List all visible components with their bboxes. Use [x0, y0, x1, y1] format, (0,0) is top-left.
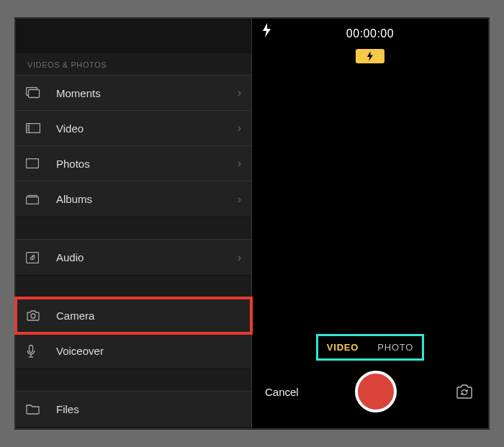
svg-rect-1 [29, 90, 40, 98]
mic-icon [26, 345, 45, 358]
menu-group-audio: Audio › [16, 239, 251, 276]
mode-highlight-box: VIDEO PHOTO [316, 334, 424, 361]
sidebar-item-label: Video [56, 122, 238, 135]
cancel-button[interactable]: Cancel [265, 386, 299, 398]
chevron-right-icon: › [238, 122, 241, 135]
capture-mode-row: VIDEO PHOTO [252, 334, 488, 361]
sidebar-item-label: Albums [56, 193, 238, 205]
moments-icon [26, 87, 45, 99]
camera-icon [26, 310, 45, 321]
sidebar-item-files[interactable]: Files [16, 392, 251, 427]
sidebar-item-photos[interactable]: Photos › [16, 146, 251, 181]
svg-rect-10 [27, 252, 39, 263]
camera-capture-panel: 00:00:00 VIDEO PHOTO Cancel [252, 19, 488, 428]
svg-point-11 [31, 314, 35, 318]
sidebar-item-video[interactable]: Video › [16, 111, 251, 146]
flash-indicator-badge [356, 49, 384, 63]
sidebar-item-camera[interactable]: Camera [16, 298, 251, 333]
sidebar-item-label: Camera [56, 310, 241, 322]
camera-viewfinder [252, 63, 488, 334]
camera-top-bar: 00:00:00 [252, 19, 488, 43]
recording-timer: 00:00:00 [346, 27, 394, 40]
sidebar-item-moments[interactable]: Moments › [16, 76, 251, 111]
photos-icon [26, 158, 45, 168]
media-source-panel: VIDEOS & PHOTOS Moments › Video › [16, 19, 252, 428]
chevron-right-icon: › [238, 251, 241, 264]
chevron-right-icon: › [238, 193, 241, 206]
record-shutter-button[interactable] [355, 371, 397, 412]
sidebar-item-albums[interactable]: Albums › [16, 181, 251, 217]
mode-photo[interactable]: PHOTO [376, 339, 415, 356]
sidebar-item-label: Files [56, 403, 241, 415]
flash-icon[interactable] [262, 23, 271, 37]
chevron-right-icon: › [238, 86, 241, 99]
sidebar-item-label: Moments [56, 87, 238, 99]
mode-video[interactable]: VIDEO [325, 339, 360, 356]
menu-group-files: Files [16, 391, 251, 428]
sidebar-item-label: Photos [56, 158, 238, 170]
svg-rect-8 [27, 197, 39, 204]
sidebar-item-label: Voiceover [56, 345, 241, 357]
audio-icon [26, 252, 45, 263]
svg-rect-12 [30, 345, 33, 352]
video-icon [26, 123, 45, 133]
camera-controls: Cancel [252, 371, 488, 428]
switch-camera-button[interactable] [454, 382, 475, 401]
menu-group-capture: Camera Voiceover [16, 297, 251, 369]
albums-icon [26, 194, 45, 204]
panel-top-spacer [16, 19, 251, 53]
app-frame: VIDEOS & PHOTOS Moments › Video › [14, 17, 490, 430]
sidebar-item-voiceover[interactable]: Voiceover [16, 333, 251, 369]
folder-icon [26, 404, 45, 415]
svg-rect-7 [27, 159, 39, 168]
sidebar-item-label: Audio [56, 251, 238, 263]
section-header: VIDEOS & PHOTOS [16, 53, 251, 75]
menu-group-media: Moments › Video › Photos › [16, 75, 251, 217]
sidebar-item-audio[interactable]: Audio › [16, 240, 251, 275]
chevron-right-icon: › [238, 157, 241, 170]
